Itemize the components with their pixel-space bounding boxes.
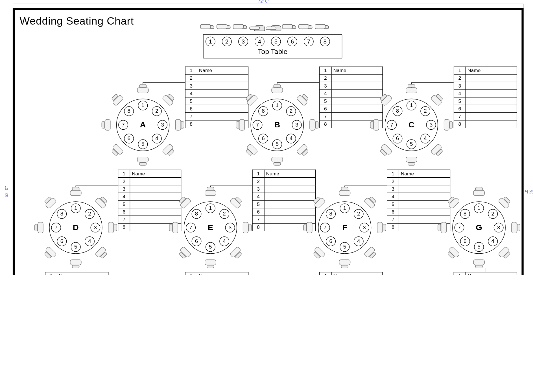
table-B-list-name-2[interactable] xyxy=(331,74,383,82)
table-C[interactable]: C12345678 xyxy=(375,89,448,161)
table-A-seat-3[interactable]: 3 xyxy=(158,120,167,130)
table-C-list-name-3[interactable] xyxy=(466,82,517,90)
table-G-seat-5[interactable]: 5 xyxy=(474,242,484,252)
table-C-list-name-1[interactable]: Name xyxy=(466,67,517,74)
table-E-seat-6[interactable]: 6 xyxy=(192,236,202,246)
table-D-chair-5[interactable] xyxy=(70,256,82,265)
table-A-seat-4[interactable]: 4 xyxy=(152,134,162,143)
table-G-chair-7[interactable] xyxy=(441,222,450,233)
table-B-chair-3[interactable] xyxy=(306,119,315,130)
table-A-chair-7[interactable] xyxy=(105,119,114,130)
table-F-seat-8[interactable]: 8 xyxy=(326,209,336,219)
table-J-name-list[interactable]: 1Name2345678 xyxy=(319,272,383,275)
table-F-seat-7[interactable]: 7 xyxy=(320,223,330,232)
table-G-seat-6[interactable]: 6 xyxy=(460,236,470,246)
top-table-seat-5[interactable]: 5 xyxy=(271,37,281,46)
table-G-seat-1[interactable]: 1 xyxy=(474,203,484,213)
table-A-chair-5[interactable] xyxy=(137,153,149,162)
table-D-seat-1[interactable]: 1 xyxy=(71,203,81,213)
table-F-seat-1[interactable]: 1 xyxy=(340,203,350,213)
table-B-seat-3[interactable]: 3 xyxy=(292,120,302,130)
table-F-chair-5[interactable] xyxy=(339,256,351,265)
top-table[interactable]: Top Table 12345678 xyxy=(203,19,342,59)
top-table-chair-2[interactable] xyxy=(222,25,232,34)
table-F-seat-4[interactable]: 4 xyxy=(354,236,364,246)
table-F-list-name-2[interactable] xyxy=(399,177,450,185)
table-I-list-name-1[interactable]: Name xyxy=(197,272,248,275)
top-table-seat-8[interactable]: 8 xyxy=(320,37,330,46)
table-C-chair-3[interactable] xyxy=(440,119,449,130)
table-D-seat-7[interactable]: 7 xyxy=(51,223,61,232)
table-A-seat-6[interactable]: 6 xyxy=(124,134,134,143)
top-table-chair-4[interactable] xyxy=(254,25,265,34)
table-F-seat-6[interactable]: 6 xyxy=(326,236,336,246)
table-C-seat-3[interactable]: 3 xyxy=(426,120,436,130)
table-A-seat-8[interactable]: 8 xyxy=(124,106,134,116)
table-H-name-list[interactable]: 1Name2345678 xyxy=(45,272,109,275)
table-F-chair-3[interactable] xyxy=(374,222,383,233)
top-table-seat-1[interactable]: 1 xyxy=(206,37,215,46)
table-C-list-name-4[interactable] xyxy=(466,90,517,97)
table-D-seat-4[interactable]: 4 xyxy=(85,236,95,246)
table-E-name-list[interactable]: 1Name2345678 xyxy=(252,170,316,231)
table-E-seat-2[interactable]: 2 xyxy=(219,209,229,219)
table-C-seat-2[interactable]: 2 xyxy=(420,106,430,116)
table-C-list-name-5[interactable] xyxy=(466,97,517,105)
top-table-chair-8[interactable] xyxy=(320,25,331,34)
table-B-seat-4[interactable]: 4 xyxy=(286,134,296,143)
table-C-list-name-6[interactable] xyxy=(466,105,517,113)
table-D-seat-5[interactable]: 5 xyxy=(71,242,81,252)
table-G-seat-3[interactable]: 3 xyxy=(494,223,504,232)
table-D-chair-3[interactable] xyxy=(105,222,114,233)
table-B-seat-5[interactable]: 5 xyxy=(272,140,282,149)
top-table-seat-7[interactable]: 7 xyxy=(304,37,314,46)
table-A-list-name-1[interactable]: Name xyxy=(197,67,248,74)
table-B-chair-7[interactable] xyxy=(239,119,248,130)
table-A[interactable]: A12345678 xyxy=(106,89,180,161)
table-I-name-list[interactable]: 1Name2345678 xyxy=(185,272,248,275)
table-G-chair-1[interactable] xyxy=(473,190,485,199)
table-F[interactable]: F12345678 xyxy=(308,191,381,264)
table-F-chair-1[interactable] xyxy=(339,190,351,199)
top-table-seat-6[interactable]: 6 xyxy=(287,37,297,46)
top-table-chair-3[interactable] xyxy=(238,25,249,34)
table-G-seat-8[interactable]: 8 xyxy=(460,209,470,219)
top-table-seat-4[interactable]: 4 xyxy=(255,37,265,46)
table-E-chair-7[interactable] xyxy=(172,222,181,233)
table-F-chair-7[interactable] xyxy=(307,222,316,233)
table-C-chair-5[interactable] xyxy=(406,153,417,162)
table-C-name-list[interactable]: 1Name2345678 xyxy=(454,66,517,128)
table-C-list-name-2[interactable] xyxy=(466,74,517,82)
table-D[interactable]: D12345678 xyxy=(39,191,113,264)
top-table-seat-2[interactable]: 2 xyxy=(222,37,232,46)
table-J-list-name-1[interactable]: Name xyxy=(331,272,383,275)
table-D-seat-6[interactable]: 6 xyxy=(57,236,67,246)
table-G-chair-5[interactable] xyxy=(473,256,485,265)
table-E[interactable]: E12345678 xyxy=(174,191,247,264)
table-A-name-list[interactable]: 1Name2345678 xyxy=(185,66,248,128)
table-D-name-list[interactable]: 1Name2345678 xyxy=(118,170,182,231)
table-D-chair-7[interactable] xyxy=(38,222,47,233)
table-C-chair-1[interactable] xyxy=(406,88,417,96)
table-C-list-name-8[interactable] xyxy=(466,120,517,128)
table-F-seat-3[interactable]: 3 xyxy=(359,223,369,232)
table-E-seat-4[interactable]: 4 xyxy=(219,236,229,246)
table-B-seat-1[interactable]: 1 xyxy=(272,101,282,110)
table-A-seat-1[interactable]: 1 xyxy=(138,101,148,110)
table-E-seat-7[interactable]: 7 xyxy=(186,223,196,232)
table-B-chair-1[interactable] xyxy=(271,88,283,96)
table-E-seat-5[interactable]: 5 xyxy=(206,242,215,252)
table-C-seat-8[interactable]: 8 xyxy=(393,106,403,116)
table-A-seat-5[interactable]: 5 xyxy=(138,140,148,149)
table-A-chair-1[interactable] xyxy=(137,88,149,96)
table-D-list-name-1[interactable]: Name xyxy=(130,170,181,177)
table-D-seat-8[interactable]: 8 xyxy=(57,209,67,219)
table-A-list-name-2[interactable] xyxy=(197,74,248,82)
table-B-seat-8[interactable]: 8 xyxy=(258,106,268,116)
table-G-seat-7[interactable]: 7 xyxy=(455,223,464,232)
table-G-seat-2[interactable]: 2 xyxy=(488,209,498,219)
table-G-seat-4[interactable]: 4 xyxy=(488,236,498,246)
table-C-seat-6[interactable]: 6 xyxy=(393,134,403,143)
table-D-list-name-2[interactable] xyxy=(130,177,181,185)
table-H-list-name-1[interactable]: Name xyxy=(57,272,108,275)
